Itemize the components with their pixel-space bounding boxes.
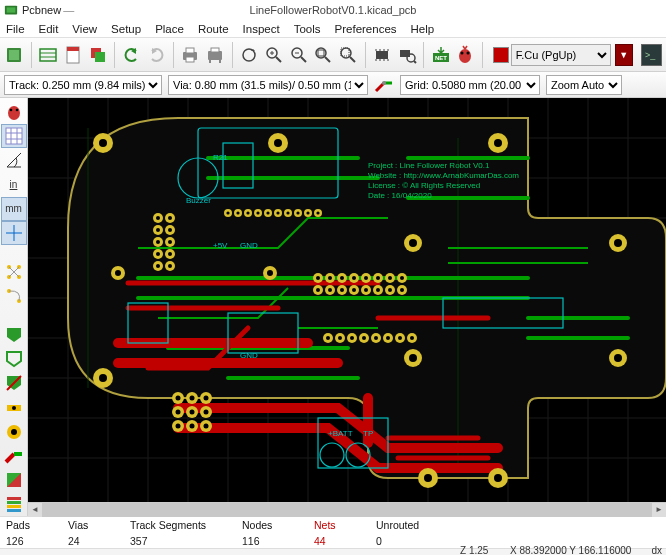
via-display-icon[interactable] [1,420,27,444]
svg-point-47 [461,51,464,54]
show-ratsnest-icon[interactable] [1,260,27,284]
menu-tools[interactable]: Tools [294,23,321,35]
svg-rect-32 [376,51,388,59]
menu-view[interactable]: View [72,23,97,35]
pcb-canvas[interactable]: Project : Line Follower Robot V0.1 Websi… [28,98,666,516]
svg-point-253 [316,211,319,214]
redo-button[interactable] [146,42,167,68]
menu-place[interactable]: Place [155,23,184,35]
polar-coords-icon[interactable] [1,148,27,172]
show-grid-icon[interactable] [1,124,27,148]
horizontal-scrollbar[interactable]: ◄ ► [28,502,666,516]
curved-ratsnest-icon[interactable] [1,284,27,308]
svg-point-215 [168,264,172,268]
scripting-console-button[interactable]: >_ [641,44,662,66]
svg-point-170 [388,276,392,280]
menu-route[interactable]: Route [198,23,229,35]
svg-point-179 [400,288,404,292]
zoom-out-button[interactable] [288,42,309,68]
units-indicator: dx [651,545,662,555]
layer-dropdown[interactable]: F.Cu (PgUp) [511,44,611,66]
update-from-schematic-button[interactable]: NET [430,42,451,68]
svg-point-250 [286,211,289,214]
svg-rect-1 [7,7,16,12]
undo-button[interactable] [121,42,142,68]
svg-point-191 [362,336,366,340]
menu-edit[interactable]: Edit [39,23,59,35]
new-board-button[interactable] [4,42,25,68]
scroll-left-arrow[interactable]: ◄ [28,503,42,517]
drc-off-icon[interactable] [1,100,27,124]
svg-point-141 [409,239,417,247]
grid-dropdown[interactable]: Grid: 0.5080 mm (20.00 mils) [400,75,540,95]
nodes-value: 116 [242,535,282,547]
svg-point-145 [99,374,107,382]
vias-value: 24 [68,535,98,547]
menu-inspect[interactable]: Inspect [243,23,280,35]
svg-line-43 [414,61,416,63]
pad-display-icon[interactable] [1,395,27,419]
print-button[interactable] [180,42,201,68]
zoom-fit-button[interactable] [313,42,334,68]
track-width-dropdown[interactable]: Track: 0.250 mm (9.84 mils) * [4,75,162,95]
zoom-in-button[interactable] [263,42,284,68]
svg-point-188 [326,336,330,340]
page-settings-button[interactable] [63,42,84,68]
footprint-browser-button[interactable] [396,42,417,68]
unrouted-value: 0 [376,535,382,547]
svg-point-212 [156,252,160,256]
menu-preferences[interactable]: Preferences [335,23,397,35]
svg-text:>_: >_ [645,50,656,60]
tracks-value: 357 [130,535,210,547]
svg-point-143 [409,354,417,362]
vias-header: Vias [68,519,98,531]
via-size-dropdown[interactable]: Via: 0.80 mm (31.5 mils)/ 0.50 mm (19.7 … [168,75,368,95]
menu-setup[interactable]: Setup [111,23,141,35]
layer-pair-button[interactable]: ▼ [615,44,633,66]
menu-help[interactable]: Help [411,23,435,35]
svg-point-247 [256,211,259,214]
zoom-selection-button[interactable] [338,42,359,68]
route-track-icon[interactable] [374,75,394,95]
units-inches-button[interactable]: in [1,173,27,197]
svg-point-175 [352,288,356,292]
svg-point-190 [350,336,354,340]
contrast-mode-icon[interactable] [1,468,27,492]
menu-file[interactable]: File [6,23,25,35]
show-zone-outlines-icon[interactable] [1,347,27,371]
layers-manager-button[interactable] [87,42,108,68]
svg-rect-59 [6,128,22,144]
svg-point-168 [364,276,368,280]
layers-manager-toggle-icon[interactable] [1,492,27,516]
board-setup-button[interactable] [38,42,59,68]
cursor-shape-icon[interactable] [1,221,27,245]
svg-point-249 [276,211,279,214]
svg-line-24 [301,57,306,62]
svg-point-233 [204,424,209,429]
nodes-header: Nodes [242,519,282,531]
units-mm-button[interactable]: mm [1,197,27,221]
track-display-icon[interactable] [1,444,27,468]
svg-point-144 [614,354,622,362]
svg-point-208 [156,228,160,232]
cursor-coords: X 88.392000 Y 166.116000 [510,545,631,555]
drc-button[interactable] [455,42,476,68]
plot-button[interactable] [205,42,226,68]
scroll-right-arrow[interactable]: ► [652,503,666,517]
svg-point-55 [382,81,386,85]
nets-value: 44 [314,535,344,547]
svg-rect-8 [67,47,79,51]
svg-point-139 [115,270,121,276]
svg-rect-85 [7,501,21,504]
svg-line-20 [276,57,281,62]
svg-point-248 [266,211,269,214]
redraw-button[interactable] [238,42,259,68]
show-filled-zones-icon[interactable] [1,323,27,347]
title-bar: Pcbnew — LineFollowerRobotV0.1.kicad_pcb [0,0,666,20]
show-zone-hatched-icon[interactable] [1,371,27,395]
zoom-dropdown[interactable]: Zoom Auto [546,75,622,95]
footprint-editor-button[interactable] [372,42,393,68]
svg-text:License : © All Rights Reserve: License : © All Rights Reserved [368,181,480,190]
svg-point-194 [398,336,402,340]
svg-point-252 [306,211,309,214]
